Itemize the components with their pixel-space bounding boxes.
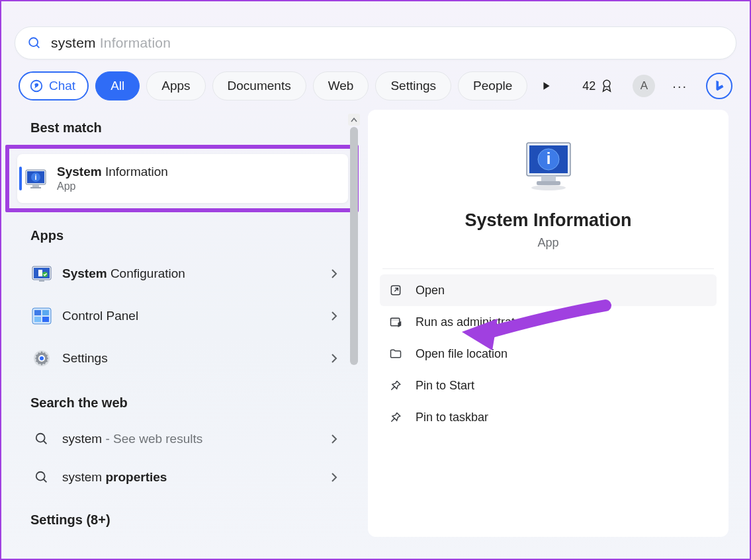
svg-point-34 — [531, 185, 566, 190]
pin-icon — [388, 379, 404, 392]
preview-subtitle: App — [368, 236, 729, 250]
search-icon — [27, 36, 42, 50]
svg-rect-16 — [34, 310, 41, 315]
search-icon — [28, 432, 56, 446]
chevron-right-icon — [331, 353, 337, 364]
svg-line-24 — [44, 441, 47, 444]
svg-line-26 — [44, 479, 47, 483]
pin-icon — [388, 411, 404, 424]
preview-app-icon: i — [368, 136, 729, 193]
open-icon — [388, 284, 404, 297]
bing-chat-button[interactable] — [706, 73, 732, 99]
result-web-system-properties[interactable]: system properties — [13, 458, 359, 497]
svg-rect-33 — [537, 181, 560, 185]
medal-icon — [599, 79, 614, 93]
filter-row: Chat All Apps Documents Web Settings Peo… — [13, 71, 738, 110]
svg-rect-18 — [34, 317, 41, 322]
svg-text:i: i — [546, 149, 551, 167]
best-match-result[interactable]: i System Information App — [17, 154, 348, 203]
divider — [382, 268, 714, 269]
svg-point-22 — [40, 356, 44, 360]
web-heading: Search the web — [13, 380, 359, 420]
annotation-highlight: i System Information App — [5, 145, 359, 212]
filter-web[interactable]: Web — [313, 71, 369, 100]
result-settings[interactable]: Settings — [13, 337, 359, 380]
rewards-counter[interactable]: 42 — [582, 79, 614, 93]
filter-settings[interactable]: Settings — [375, 71, 451, 100]
search-input[interactable]: system Information — [51, 35, 171, 51]
results-column: Best match i System Information App Apps — [13, 110, 359, 537]
svg-rect-9 — [30, 187, 41, 188]
svg-rect-32 — [541, 176, 556, 181]
result-system-configuration[interactable]: System Configuration — [13, 253, 359, 295]
chat-label: Chat — [49, 79, 75, 93]
action-pin-to-taskbar[interactable]: Pin to taskbar — [380, 401, 717, 433]
more-options-icon[interactable]: ··· — [672, 79, 687, 94]
svg-point-25 — [36, 472, 45, 481]
chevron-right-icon — [331, 311, 337, 321]
result-control-panel[interactable]: Control Panel — [13, 295, 359, 337]
filter-people[interactable]: People — [458, 71, 527, 100]
best-match-title: System Information — [57, 165, 168, 179]
svg-point-23 — [36, 434, 45, 442]
user-avatar[interactable]: A — [633, 75, 655, 97]
svg-rect-8 — [32, 184, 39, 187]
scrollbar[interactable] — [348, 114, 360, 537]
svg-point-3 — [603, 80, 610, 87]
svg-rect-17 — [42, 310, 49, 315]
chat-pill[interactable]: Chat — [19, 71, 89, 100]
svg-point-0 — [29, 38, 38, 46]
filter-overflow-icon[interactable] — [542, 81, 558, 91]
scrollbar-up-icon[interactable] — [348, 114, 360, 126]
preview-panel: i System Information App Open Run as adm… — [368, 110, 729, 537]
apps-heading: Apps — [13, 212, 359, 253]
svg-rect-37 — [391, 318, 400, 320]
search-bar[interactable]: system Information — [15, 26, 736, 60]
preview-title: System Information — [368, 210, 729, 231]
system-information-icon: i — [24, 167, 48, 190]
result-web-system[interactable]: system - See web results — [13, 420, 359, 458]
svg-line-1 — [36, 45, 39, 48]
filter-documents[interactable]: Documents — [212, 71, 306, 100]
action-open[interactable]: Open — [380, 274, 717, 306]
search-icon — [28, 470, 56, 485]
control-panel-icon — [28, 307, 56, 325]
scrollbar-thumb[interactable] — [350, 127, 358, 365]
system-configuration-icon — [28, 264, 56, 283]
admin-icon — [388, 315, 404, 329]
settings-icon — [28, 348, 56, 368]
svg-rect-14 — [39, 280, 44, 282]
svg-text:i: i — [34, 173, 36, 181]
action-pin-to-start[interactable]: Pin to Start — [380, 370, 717, 401]
action-open-file-location[interactable]: Open file location — [380, 338, 717, 370]
chevron-right-icon — [331, 434, 337, 444]
svg-rect-19 — [42, 317, 49, 322]
settings-heading: Settings (8+) — [13, 497, 359, 537]
filter-apps[interactable]: Apps — [146, 71, 205, 100]
filter-all[interactable]: All — [95, 71, 140, 100]
best-match-subtitle: App — [57, 180, 168, 192]
action-run-as-admin[interactable]: Run as administrator — [380, 306, 717, 338]
best-match-heading: Best match — [13, 110, 359, 145]
chevron-right-icon — [331, 472, 337, 483]
chevron-right-icon — [331, 268, 337, 279]
svg-rect-12 — [38, 270, 42, 276]
folder-icon — [388, 347, 404, 360]
